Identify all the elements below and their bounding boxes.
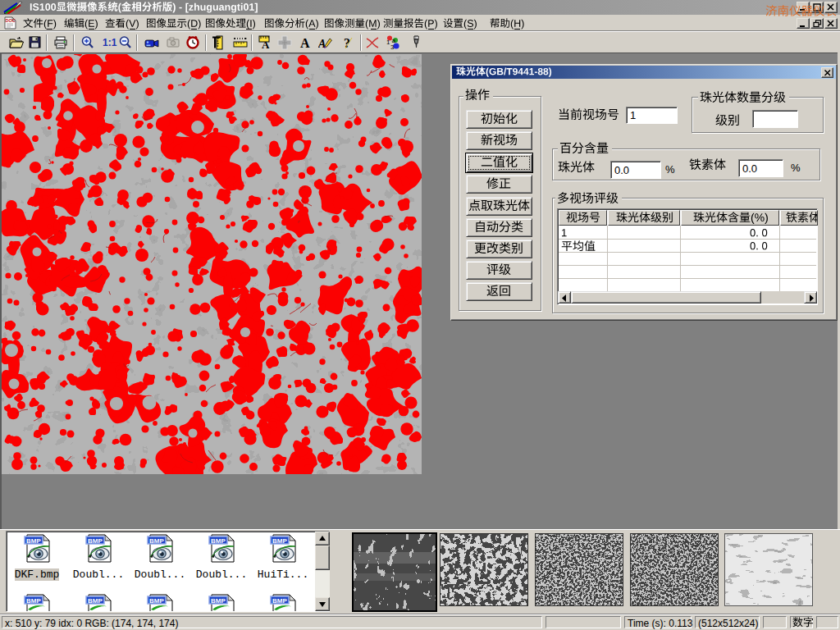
svg-text:BMP: BMP xyxy=(26,537,41,545)
svg-text:BMP: BMP xyxy=(26,597,41,605)
svg-text:BMP: BMP xyxy=(211,597,226,605)
svg-text:1:1: 1:1 xyxy=(103,37,117,48)
svg-text:A: A xyxy=(318,38,326,50)
svg-text:3: 3 xyxy=(390,43,395,50)
svg-text:BMP: BMP xyxy=(149,537,164,545)
svg-text:A: A xyxy=(300,36,310,50)
svg-text:BMP: BMP xyxy=(88,597,103,605)
svg-text:?: ? xyxy=(344,36,350,50)
svg-text:BMP: BMP xyxy=(272,537,287,545)
svg-text:A: A xyxy=(262,39,270,50)
svg-text:DOC: DOC xyxy=(6,18,16,23)
svg-text:BMP: BMP xyxy=(149,597,164,605)
svg-text:BMP: BMP xyxy=(211,537,226,545)
svg-text:BMP: BMP xyxy=(272,597,287,605)
svg-text:BMP: BMP xyxy=(88,537,103,545)
